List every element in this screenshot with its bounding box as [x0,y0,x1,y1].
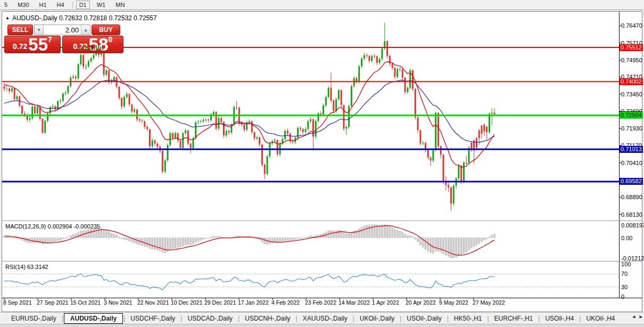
date-label: 22 Nov 2021 [137,299,169,306]
trading-terminal: 5M30H1H4D1W1MN ▲AUDUSD-,Daily 0.72632 0.… [0,0,644,327]
price-tick-label: 0.68130 [621,211,642,218]
tick-bar [98,46,99,50]
sell-price-big: 55 [28,37,48,52]
price-tick-label: 0.73450 [621,91,642,97]
macd-axis-label: 0.008197 [621,222,644,228]
tick-bar [81,47,82,50]
date-label: 15 Oct 2021 [70,299,101,306]
rsi-axis-label: 70 [621,271,628,277]
date-label: 9 May 2022 [439,299,468,306]
date-label: 1 Apr 2022 [372,299,399,306]
tick-bar [102,46,103,50]
date-label: 23 Feb 2022 [305,299,336,306]
tick-chart-decoration [79,44,104,50]
one-click-trade-panel: SELL ▼ ▲ BUY 0.72 55 7 0.72 58 0 [4,23,125,62]
volume-input[interactable] [44,25,81,35]
price-tick-label: 0.70410 [621,160,642,166]
tab-scroll-left-icon[interactable]: ◂ [632,313,635,320]
rsi-axis-label: 100 [621,261,631,267]
tab-scroll-right-icon[interactable]: ▸ [639,313,642,320]
price-tick-label: 0.68890 [621,194,642,200]
tick-bar [100,47,101,50]
rsi-axis-label: 0 [621,293,624,300]
volume-increase-icon[interactable]: ▲ [81,25,90,35]
macd-label: MACD(12,26,9) 0.002904 -0.000235 [5,223,100,230]
price-tick-label: 0.76470 [621,22,642,29]
sell-price-prefix: 0.72 [13,42,27,51]
sell-button[interactable]: SELL [7,24,33,35]
date-label: 10 Dec 2021 [171,299,203,306]
date-label: 27 May 2022 [473,299,505,306]
date-label: 17 Jan 2022 [238,299,269,306]
tick-bar [96,45,97,50]
macd-signal-value: -0.000235 [73,223,100,230]
tick-bar [89,47,90,50]
ohlc-values: 0.72632 0.72818 0.72532 0.72557 [59,14,157,22]
sell-price-pip: 7 [48,35,52,44]
tick-bar [85,46,86,50]
rsi-label: RSI(14) 63.3142 [5,264,48,270]
level-badge-0.75512: 0.75512 [620,44,643,51]
price-tick-label: 0.71930 [621,125,642,132]
tick-bar [83,48,84,50]
volume-spinner: ▼ ▲ [34,24,90,35]
sell-price-box[interactable]: 0.72 55 7 [4,36,61,53]
price-tick-label: 0.74950 [621,57,642,63]
date-label: 4 Feb 2022 [271,299,300,306]
symbol-label: AUDUSD-,Daily [12,14,57,22]
volume-decrease-icon[interactable]: ▼ [35,25,44,35]
level-badge-0.71013: 0.71013 [620,146,643,153]
buy-button[interactable]: BUY [92,24,120,35]
date-label: 29 Dec 2021 [204,299,236,306]
macd-axis-label: 0.00 [621,235,632,241]
trade-controls-row: SELL ▼ ▲ BUY [7,24,120,35]
tick-bar [94,47,95,50]
buy-price-pip: 0 [109,35,113,44]
tick-bar [92,46,93,50]
date-label: 8 Sep 2021 [3,299,32,306]
level-badge-0.72504: 0.72504 [620,112,643,119]
date-label: 27 Sep 2021 [37,299,69,306]
tick-bar [79,46,80,50]
rsi-value: 63.3142 [27,264,48,270]
date-label: 3 Nov 2021 [104,299,133,306]
level-badge-0.69582: 0.69582 [620,178,643,185]
tab-scroll-nav: ◂ ▸ [632,313,642,320]
level-badge-0.74002: 0.74002 [620,78,643,85]
tick-bar [87,45,88,50]
rsi-axis-label: 30 [621,284,628,290]
date-label: 20 Apr 2022 [406,299,436,306]
macd-main-value: 0.002904 [47,223,72,230]
date-label: 14 Mar 2022 [338,299,370,306]
chart-title: ▲AUDUSD-,Daily 0.72632 0.72818 0.72532 0… [5,14,156,22]
collapse-triangle-icon[interactable]: ▲ [5,15,10,20]
